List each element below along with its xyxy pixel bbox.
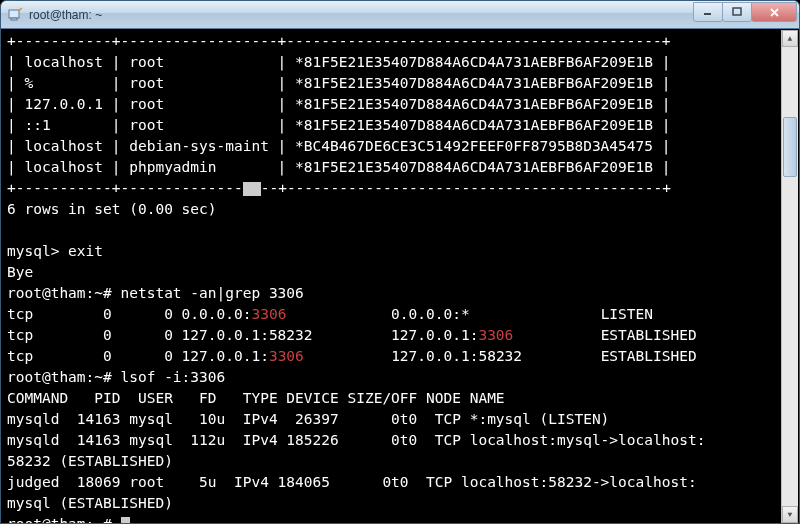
terminal-output[interactable]: +-----------+------------------+--------… [1,29,799,523]
close-button[interactable] [751,2,797,22]
svg-rect-1 [11,18,17,20]
vertical-scrollbar[interactable]: ▲ ▼ [781,30,798,523]
scroll-thumb[interactable] [783,117,797,177]
terminal-window: root@tham: ~ +-----------+--------------… [0,0,800,524]
maximize-icon [732,7,742,17]
putty-icon [7,7,23,23]
titlebar[interactable]: root@tham: ~ [1,1,799,29]
window-title: root@tham: ~ [29,8,793,22]
scroll-up-button[interactable]: ▲ [782,30,798,47]
window-controls [694,2,797,22]
svg-rect-4 [733,8,741,15]
maximize-button[interactable] [722,2,752,22]
svg-rect-0 [9,10,19,18]
scroll-track[interactable] [782,47,798,506]
minimize-icon [703,7,713,17]
scroll-down-button[interactable]: ▼ [782,506,798,523]
close-icon [769,7,780,18]
minimize-button[interactable] [693,2,723,22]
